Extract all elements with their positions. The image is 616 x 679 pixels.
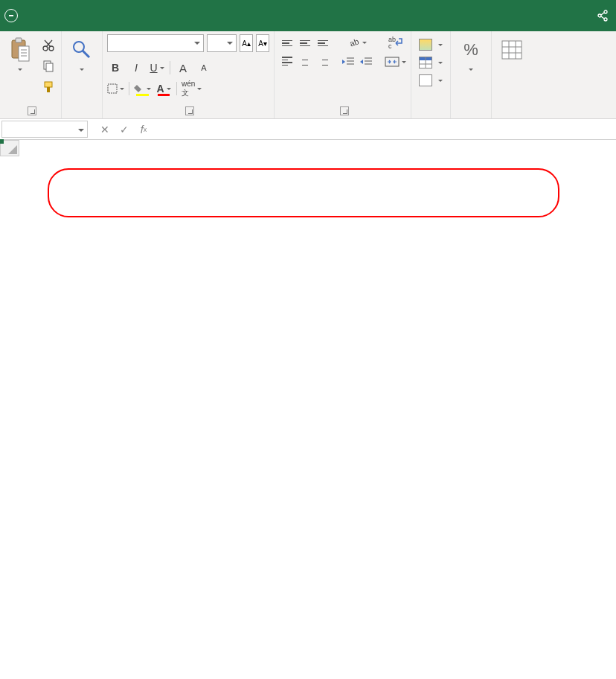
align-bottom[interactable] xyxy=(315,35,331,51)
align-dialog-launcher[interactable] xyxy=(340,106,349,115)
font-size-select[interactable] xyxy=(207,34,237,52)
svg-point-2 xyxy=(604,18,607,21)
group-number: % xyxy=(451,31,492,118)
scoreboard xyxy=(48,168,559,217)
svg-text:c: c xyxy=(388,42,392,49)
svg-rect-7 xyxy=(19,46,29,61)
svg-point-12 xyxy=(49,46,54,51)
cell-styles-button[interactable] xyxy=(416,73,446,88)
svg-rect-16 xyxy=(46,63,53,71)
borders-button[interactable] xyxy=(107,80,124,97)
ribbon: A▴ A▾ B I U A A A wén文 xyxy=(0,31,616,119)
increase-font-button[interactable]: A▴ xyxy=(240,34,253,52)
clipboard-dialog-launcher[interactable] xyxy=(28,106,36,115)
active-cell[interactable] xyxy=(0,140,3,143)
font-color-button[interactable]: A xyxy=(155,80,172,97)
edit-button[interactable] xyxy=(66,34,97,76)
ribbon-tabbar xyxy=(0,0,616,31)
underline-button[interactable]: U xyxy=(149,60,165,76)
format-as-table-button[interactable] xyxy=(416,55,446,70)
format-painter-button[interactable] xyxy=(40,79,57,95)
group-edit xyxy=(62,31,103,118)
group-alignment: ab abc xyxy=(275,31,411,118)
svg-point-11 xyxy=(43,46,48,51)
merge-center-button[interactable] xyxy=(385,54,406,70)
svg-point-19 xyxy=(74,42,84,52)
share-button[interactable] xyxy=(589,10,616,22)
number-format-button[interactable]: % xyxy=(455,34,487,76)
copy-button[interactable] xyxy=(40,58,57,74)
svg-point-0 xyxy=(604,10,607,13)
group-font: A▴ A▾ B I U A A A wén文 xyxy=(103,31,275,118)
formula-input[interactable] xyxy=(153,119,616,139)
confirm-formula-button[interactable]: ✓ xyxy=(115,119,134,139)
tell-me-icon xyxy=(4,9,18,22)
scoreboard-title xyxy=(49,170,558,186)
align-center[interactable] xyxy=(297,53,313,69)
name-box[interactable] xyxy=(1,121,88,138)
align-left[interactable] xyxy=(279,53,295,69)
svg-line-20 xyxy=(83,51,89,57)
align-top[interactable] xyxy=(279,35,295,51)
svg-rect-18 xyxy=(47,87,50,92)
phonetic-button[interactable]: wén文 xyxy=(182,80,202,97)
align-middle[interactable] xyxy=(297,35,313,51)
svg-rect-17 xyxy=(45,82,52,87)
insert-function-button[interactable]: fx xyxy=(134,119,153,139)
increase-indent-button[interactable] xyxy=(358,54,374,70)
wrap-text-button[interactable]: abc xyxy=(385,34,406,51)
group-styles xyxy=(411,31,451,118)
orientation-button[interactable]: ab xyxy=(340,34,374,51)
align-right[interactable] xyxy=(315,53,331,69)
font-dialog-launcher[interactable] xyxy=(185,106,194,115)
svg-rect-36 xyxy=(502,41,522,59)
decrease-font-alt[interactable]: A xyxy=(196,60,212,76)
group-clipboard xyxy=(0,31,62,118)
conditional-format-button[interactable] xyxy=(416,37,446,52)
decrease-font-button[interactable]: A▾ xyxy=(256,34,269,52)
decrease-indent-button[interactable] xyxy=(340,54,356,70)
font-name-select[interactable] xyxy=(107,34,204,52)
svg-line-3 xyxy=(601,13,604,15)
svg-rect-31 xyxy=(385,57,399,66)
cells-button[interactable] xyxy=(496,34,527,68)
svg-point-1 xyxy=(598,14,601,17)
svg-text:ab: ab xyxy=(348,36,360,48)
cut-button[interactable] xyxy=(40,37,57,54)
svg-line-4 xyxy=(601,16,604,19)
bold-button[interactable]: B xyxy=(107,60,123,76)
fill-color-button[interactable] xyxy=(134,80,151,97)
group-cells xyxy=(492,31,532,118)
italic-button[interactable]: I xyxy=(128,60,144,76)
svg-rect-21 xyxy=(108,84,117,93)
sheet-area[interactable] xyxy=(0,140,616,676)
tell-me[interactable] xyxy=(22,0,34,31)
cancel-formula-button[interactable]: ✕ xyxy=(95,119,115,139)
formula-bar: ✕ ✓ fx xyxy=(0,119,616,140)
paste-button[interactable] xyxy=(4,34,36,76)
increase-font-alt[interactable]: A xyxy=(175,60,191,76)
svg-rect-6 xyxy=(16,38,22,42)
